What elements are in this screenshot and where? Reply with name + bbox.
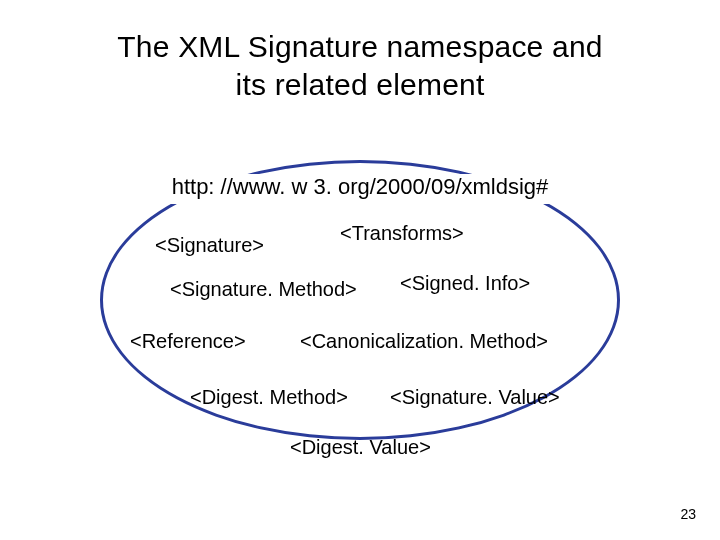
element-signed-info: <Signed. Info> bbox=[400, 272, 530, 295]
element-digest-method: <Digest. Method> bbox=[190, 386, 348, 409]
element-signature: <Signature> bbox=[155, 234, 264, 257]
element-canonicalization-method: <Canonicalization. Method> bbox=[300, 330, 548, 353]
element-signature-value: <Signature. Value> bbox=[390, 386, 560, 409]
element-transforms: <Transforms> bbox=[340, 222, 464, 245]
element-reference: <Reference> bbox=[130, 330, 246, 353]
diagram-stage: http: //www. w 3. org/2000/09/xmldsig# <… bbox=[0, 0, 720, 540]
element-digest-value: <Digest. Value> bbox=[290, 436, 431, 459]
element-signature-method: <Signature. Method> bbox=[170, 278, 357, 301]
namespace-uri: http: //www. w 3. org/2000/09/xmldsig# bbox=[155, 174, 565, 204]
page-number: 23 bbox=[680, 506, 696, 522]
